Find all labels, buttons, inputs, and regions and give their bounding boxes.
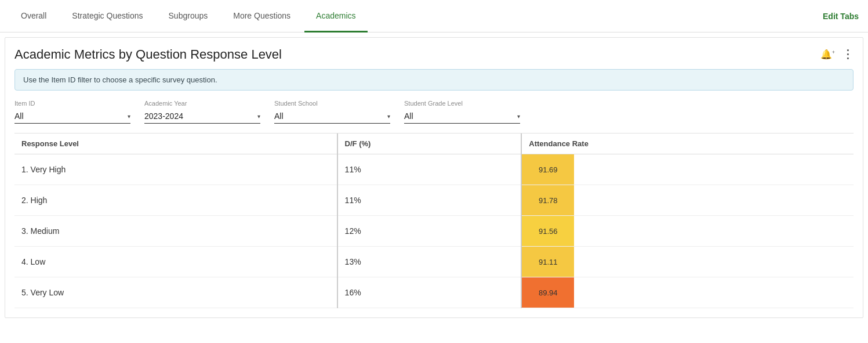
filters-row: Item ID All ▾ Academic Year 2023-2024 ▾ … bbox=[14, 100, 854, 124]
student-school-select[interactable]: All ▾ bbox=[274, 109, 390, 124]
student-grade-level-filter: Student Grade Level All ▾ bbox=[404, 100, 520, 124]
attendance-bar: 91.56 bbox=[522, 216, 574, 246]
col-header-attendance: Attendance Rate bbox=[521, 133, 854, 154]
academic-year-select[interactable]: 2023-2024 ▾ bbox=[144, 109, 260, 124]
cell-attendance-rate: 91.56 bbox=[521, 216, 854, 247]
attendance-bar: 91.11 bbox=[522, 247, 574, 277]
student-grade-level-select[interactable]: All ▾ bbox=[404, 109, 520, 124]
cell-attendance-rate: 91.78 bbox=[521, 185, 854, 216]
student-grade-level-arrow-icon: ▾ bbox=[517, 113, 520, 120]
table-row: 5. Very Low16%89.94 bbox=[14, 277, 854, 308]
col-header-response-level: Response Level bbox=[14, 133, 337, 154]
cell-df-percent: 16% bbox=[337, 277, 522, 308]
student-grade-level-label: Student Grade Level bbox=[404, 100, 520, 107]
more-vert-icon[interactable]: ⋮ bbox=[842, 47, 854, 61]
academic-year-filter: Academic Year 2023-2024 ▾ bbox=[144, 100, 260, 124]
attendance-bar: 91.69 bbox=[522, 154, 574, 185]
item-id-filter: Item ID All ▾ bbox=[14, 100, 130, 124]
attendance-bar: 89.94 bbox=[522, 277, 574, 308]
item-id-label: Item ID bbox=[14, 100, 130, 107]
table-row: 3. Medium12%91.56 bbox=[14, 216, 854, 247]
cell-df-percent: 12% bbox=[337, 216, 522, 247]
tabs-container: Overall Strategic Questions Subgroups Mo… bbox=[9, 0, 368, 32]
student-school-filter: Student School All ▾ bbox=[274, 100, 390, 124]
main-panel: Academic Metrics by Question Response Le… bbox=[5, 37, 863, 318]
bell-plus-icon[interactable]: 🔔+ bbox=[820, 49, 835, 60]
cell-response-level: 4. Low bbox=[14, 247, 337, 277]
cell-df-percent: 11% bbox=[337, 154, 522, 185]
cell-df-percent: 11% bbox=[337, 185, 522, 216]
cell-response-level: 2. High bbox=[14, 185, 337, 216]
info-banner: Use the Item ID filter to choose a speci… bbox=[14, 69, 854, 91]
cell-df-percent: 13% bbox=[337, 247, 522, 277]
table-header-row: Response Level D/F (%) Attendance Rate bbox=[14, 133, 854, 154]
data-table: Response Level D/F (%) Attendance Rate 1… bbox=[14, 133, 854, 308]
tab-more-questions[interactable]: More Questions bbox=[221, 1, 302, 33]
title-actions: 🔔+ ⋮ bbox=[820, 47, 854, 61]
tab-overall[interactable]: Overall bbox=[9, 1, 58, 33]
item-id-arrow-icon: ▾ bbox=[128, 113, 130, 120]
cell-response-level: 3. Medium bbox=[14, 216, 337, 247]
cell-attendance-rate: 91.11 bbox=[521, 247, 854, 277]
col-header-df: D/F (%) bbox=[337, 133, 522, 154]
page-title: Academic Metrics by Question Response Le… bbox=[14, 47, 282, 62]
cell-response-level: 5. Very Low bbox=[14, 277, 337, 308]
edit-tabs-button[interactable]: Edit Tabs bbox=[823, 12, 859, 21]
table-row: 1. Very High11%91.69 bbox=[14, 154, 854, 185]
tab-subgroups[interactable]: Subgroups bbox=[157, 1, 220, 33]
cell-attendance-rate: 89.94 bbox=[521, 277, 854, 308]
tab-academics[interactable]: Academics bbox=[304, 1, 367, 33]
attendance-bar: 91.78 bbox=[522, 185, 574, 215]
academic-year-arrow-icon: ▾ bbox=[257, 113, 260, 120]
academic-year-label: Academic Year bbox=[144, 100, 260, 107]
tab-bar: Overall Strategic Questions Subgroups Mo… bbox=[0, 0, 868, 33]
title-row: Academic Metrics by Question Response Le… bbox=[14, 47, 854, 69]
student-school-arrow-icon: ▾ bbox=[387, 113, 390, 120]
cell-attendance-rate: 91.69 bbox=[521, 154, 854, 185]
student-school-label: Student School bbox=[274, 100, 390, 107]
tab-strategic-questions[interactable]: Strategic Questions bbox=[60, 1, 154, 33]
table-row: 4. Low13%91.11 bbox=[14, 247, 854, 277]
item-id-select[interactable]: All ▾ bbox=[14, 109, 130, 124]
table-row: 2. High11%91.78 bbox=[14, 185, 854, 216]
cell-response-level: 1. Very High bbox=[14, 154, 337, 185]
